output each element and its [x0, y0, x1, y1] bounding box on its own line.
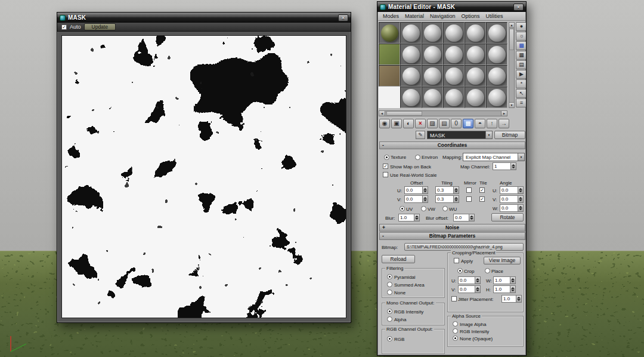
crop-v-spinner[interactable] [475, 286, 480, 293]
jitter-placement-spinner[interactable] [516, 296, 521, 302]
sample-slot[interactable] [400, 87, 422, 108]
go-forward-sibling-icon[interactable]: → [499, 119, 509, 128]
scroll-up-icon[interactable]: ▲ [509, 23, 514, 28]
hscroll-thumb[interactable] [386, 111, 422, 116]
slot-vertical-scrollbar[interactable]: ▲ ▼ [509, 22, 515, 108]
v-offset-field[interactable]: 0.0 [404, 195, 428, 203]
crop-u-field[interactable]: 0.0 [458, 276, 481, 284]
vw-radio[interactable] [421, 206, 426, 211]
u-tiling-spinner[interactable] [453, 187, 459, 193]
environ-radio[interactable] [415, 155, 420, 160]
use-real-world-scale-checkbox[interactable] [383, 172, 388, 177]
rgb-intensity-radio[interactable] [387, 309, 392, 314]
crop-w-spinner[interactable] [510, 277, 515, 284]
w-angle-spinner[interactable] [518, 205, 523, 211]
map-channel-field[interactable]: 1 [493, 162, 516, 170]
sample-slot[interactable] [422, 44, 443, 65]
scroll-left-icon[interactable]: ◄ [379, 111, 385, 116]
wu-radio[interactable] [442, 206, 448, 211]
summed-area-radio[interactable] [387, 282, 392, 287]
blur-offset-field[interactable]: 0.0 [453, 214, 475, 221]
sample-slot[interactable] [465, 44, 486, 65]
make-preview-icon[interactable]: ▶ [516, 70, 527, 79]
v-mirror-checkbox[interactable] [466, 196, 472, 202]
go-to-parent-icon[interactable]: ↑ [487, 119, 497, 128]
material-id-channel-icon[interactable]: 0 [451, 119, 462, 128]
blur-spinner[interactable] [414, 214, 419, 221]
show-map-in-viewport-icon[interactable]: ▩ [463, 119, 473, 128]
crop-w-field[interactable]: 1.0 [493, 276, 516, 284]
menu-utilities[interactable]: Utilities [483, 13, 506, 19]
v-tiling-spinner[interactable] [453, 196, 459, 202]
sample-slot[interactable] [422, 87, 443, 108]
menu-modes[interactable]: Modes [380, 13, 402, 19]
u-tiling-field[interactable]: 0.3 [435, 186, 459, 194]
reset-map-icon[interactable]: × [415, 119, 426, 128]
video-color-check-icon[interactable]: ▤ [516, 60, 527, 69]
material-type-button[interactable]: Bitmap [494, 131, 525, 139]
sample-slot-mask-active[interactable] [379, 87, 400, 108]
options-icon[interactable]: * [516, 79, 527, 88]
combo-arrow-icon[interactable]: ▼ [518, 153, 524, 161]
sample-uv-tiling-icon[interactable]: ▦ [516, 51, 527, 60]
blur-field[interactable]: 1.0 [398, 214, 420, 221]
menu-material[interactable]: Material [402, 13, 427, 19]
pyramidal-radio[interactable] [387, 274, 392, 279]
put-to-scene-icon[interactable]: ▣ [391, 119, 402, 128]
scroll-right-icon[interactable]: ► [501, 111, 507, 116]
v-angle-spinner[interactable] [518, 196, 523, 202]
none-opaque-radio[interactable] [453, 336, 458, 341]
v-offset-spinner[interactable] [422, 196, 428, 202]
u-tile-checkbox[interactable] [479, 187, 485, 193]
crop-u-spinner[interactable] [475, 277, 480, 284]
show-map-on-back-checkbox[interactable] [383, 164, 388, 169]
show-end-result-icon[interactable]: ◓ [475, 119, 485, 128]
crop-v-field[interactable]: 0.0 [458, 285, 481, 293]
sample-slot[interactable] [422, 22, 443, 44]
editor-titlebar[interactable]: Material Editor - MASK × [377, 2, 526, 12]
menu-navigation[interactable]: Navigation [427, 13, 459, 19]
texture-radio[interactable] [384, 155, 389, 160]
vscroll-thumb[interactable] [509, 29, 514, 50]
auto-checkbox[interactable] [61, 24, 67, 30]
select-by-material-icon[interactable]: ↖ [516, 89, 527, 98]
slot-horizontal-scrollbar[interactable]: ◄ ► [379, 110, 507, 116]
uv-radio[interactable] [400, 206, 405, 211]
mask-window-close-button[interactable]: × [338, 14, 348, 21]
rgb-radio[interactable] [387, 336, 392, 341]
rotate-button[interactable]: Rotate [491, 213, 524, 221]
menu-options[interactable]: Options [459, 13, 483, 19]
sample-slot[interactable] [486, 22, 507, 44]
sample-slot[interactable] [400, 44, 422, 65]
sample-slot[interactable] [486, 44, 507, 65]
sample-slot[interactable] [465, 87, 486, 108]
sample-type-icon[interactable]: ● [516, 22, 527, 31]
sample-slot-dirt[interactable] [379, 65, 400, 87]
u-mirror-checkbox[interactable] [466, 187, 472, 193]
sample-slot[interactable] [465, 65, 486, 87]
view-image-button[interactable]: View Image [484, 257, 521, 264]
sample-slot[interactable] [400, 65, 422, 87]
crop-radio[interactable] [457, 268, 463, 273]
sample-slot[interactable] [465, 22, 486, 44]
get-material-icon[interactable]: ◉ [379, 119, 390, 128]
combo-arrow-icon[interactable]: ▼ [485, 131, 492, 139]
mask-window-titlebar[interactable]: MASK × [57, 13, 351, 23]
u-angle-spinner[interactable] [518, 187, 523, 193]
jitter-placement-field[interactable]: 1.0 [501, 295, 522, 303]
material-name-combo[interactable]: MASK ▼ [427, 131, 493, 139]
filtering-none-radio[interactable] [387, 290, 392, 295]
update-button[interactable]: Update [84, 23, 116, 30]
backlight-icon[interactable]: ☼ [516, 32, 527, 41]
sample-slot[interactable] [443, 22, 465, 44]
bitmap-parameters-rollout-header[interactable]: - Bitmap Parameters [379, 232, 525, 240]
blur-offset-spinner[interactable] [469, 214, 474, 221]
material-navigator-icon[interactable]: ≡ [516, 99, 527, 107]
sample-slot[interactable] [486, 87, 507, 108]
u-angle-field[interactable]: 0.0 [500, 186, 524, 194]
alpha-radio[interactable] [387, 316, 392, 322]
sample-slot[interactable] [486, 65, 507, 87]
apply-checkbox[interactable] [454, 258, 459, 263]
sample-slot[interactable] [443, 44, 465, 65]
background-icon[interactable]: ▩ [516, 41, 527, 50]
